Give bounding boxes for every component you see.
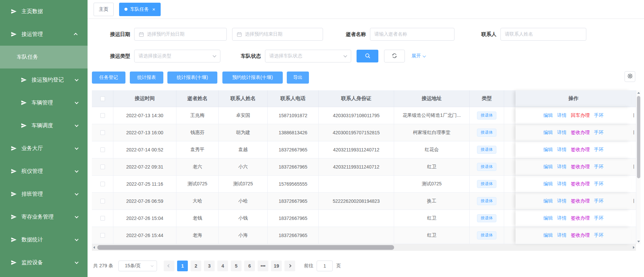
- close-icon[interactable]: ×: [152, 7, 155, 12]
- page-button-3[interactable]: 3: [204, 261, 215, 271]
- page-button-2[interactable]: 2: [191, 261, 201, 271]
- pickup-date-start-input[interactable]: 选择预约开始日期: [134, 28, 227, 41]
- cell-text: 小哈: [238, 198, 248, 204]
- op-detail-link[interactable]: 详情: [557, 164, 567, 170]
- sidebar-item-vehicle-management[interactable]: 车辆管理: [0, 91, 88, 114]
- op-detail-link[interactable]: 详情: [557, 232, 567, 238]
- op-wristband-link[interactable]: 手环: [594, 130, 603, 136]
- op-edit-link[interactable]: 编辑: [543, 130, 553, 136]
- op-edit-link[interactable]: 编辑: [543, 198, 553, 204]
- op-edit-link[interactable]: 编辑: [543, 147, 553, 153]
- next-page-button[interactable]: [284, 261, 295, 271]
- op-detail-link[interactable]: 详情: [557, 198, 567, 204]
- page-size-select[interactable]: 15条/页: [118, 261, 157, 271]
- export-button[interactable]: 导出: [287, 72, 309, 84]
- row-checkbox[interactable]: [100, 165, 105, 169]
- stats-report-button[interactable]: 统计报表: [130, 72, 163, 84]
- select-all-checkbox[interactable]: [100, 96, 105, 101]
- sidebar-item-vehicle-dispatch[interactable]: 车辆调度: [0, 114, 88, 137]
- sidebar-item-funeral-management[interactable]: 殡仪管理: [0, 160, 88, 183]
- op-sign-accept-link[interactable]: 签收办理: [571, 181, 590, 187]
- scroll-up-arrow-icon[interactable]: [637, 92, 640, 94]
- op-edit-link[interactable]: 编辑: [543, 232, 553, 238]
- page-button-19[interactable]: 19: [271, 261, 282, 271]
- op-return-car-link[interactable]: 回车办理: [571, 112, 590, 119]
- page-button-6[interactable]: 6: [244, 261, 255, 271]
- op-wristband-link[interactable]: 手环: [594, 147, 603, 153]
- op-sign-accept-link[interactable]: 签收办理: [571, 147, 590, 153]
- page-button-5[interactable]: 5: [231, 261, 241, 271]
- deceased-name-input[interactable]: 请输入逝者名称: [370, 28, 454, 41]
- sidebar-item-data-statistics[interactable]: 数据统计: [0, 228, 88, 251]
- op-edit-link[interactable]: 编辑: [543, 181, 553, 187]
- search-button[interactable]: [357, 50, 378, 62]
- paper-plane-icon: [11, 31, 17, 37]
- op-wristband-link[interactable]: 手环: [594, 198, 603, 204]
- sidebar-item-label: 车辆调度: [32, 122, 53, 129]
- paper-plane-icon: [21, 77, 27, 83]
- sidebar-item-shift-management[interactable]: 排班管理: [0, 183, 88, 205]
- sidebar-item-home-data[interactable]: 主页数据: [0, 0, 88, 23]
- column-settings-button[interactable]: [625, 71, 635, 82]
- more-pages-button[interactable]: •••: [258, 261, 268, 271]
- header-cell-phone: 联系人电话: [268, 90, 319, 107]
- stats-report-shiyan-button[interactable]: 统计报表(十堰): [167, 72, 217, 84]
- cell-text: 2022-07-13 16:00: [126, 130, 163, 135]
- cell-address: 花果锻造公司铸造1厂北门...: [394, 107, 470, 124]
- row-checkbox[interactable]: [100, 233, 105, 238]
- pickup-date-end-input[interactable]: 选择预约结束日期: [232, 28, 323, 41]
- tab-fleet-tasks[interactable]: 车队任务×: [119, 3, 161, 16]
- task-register-button[interactable]: 任务登记: [92, 72, 125, 84]
- op-sign-accept-link[interactable]: 签收办理: [571, 164, 590, 170]
- op-edit-link[interactable]: 编辑: [543, 112, 553, 119]
- sidebar-item-storage-management[interactable]: 寄存业务管理: [0, 205, 88, 228]
- op-sign-accept-link[interactable]: 签收办理: [571, 198, 590, 204]
- op-detail-link[interactable]: 详情: [557, 181, 567, 187]
- op-wristband-link[interactable]: 手环: [594, 215, 603, 221]
- sidebar-item-monitoring-devices[interactable]: 监控设备: [0, 251, 88, 274]
- cell-text: 420300195707152815: [333, 130, 380, 135]
- page-button-1[interactable]: 1: [177, 261, 188, 271]
- expand-link[interactable]: 展开: [412, 53, 425, 59]
- op-detail-link[interactable]: 详情: [557, 215, 567, 221]
- op-sign-accept-link[interactable]: 签收办理: [571, 215, 590, 221]
- op-wristband-link[interactable]: 手环: [594, 232, 603, 238]
- reserve-report-shiyan-button[interactable]: 预约统计报表(十堰): [222, 72, 283, 84]
- row-checkbox[interactable]: [100, 216, 105, 221]
- scroll-down-arrow-icon[interactable]: [637, 241, 640, 242]
- row-checkbox[interactable]: [100, 147, 105, 152]
- row-checkbox[interactable]: [100, 199, 105, 203]
- prev-page-button[interactable]: [164, 261, 174, 271]
- scroll-right-arrow-icon[interactable]: [633, 246, 635, 249]
- op-sign-accept-link[interactable]: 签收办理: [571, 130, 590, 136]
- op-wristband-link[interactable]: 手环: [594, 112, 603, 119]
- op-wristband-link[interactable]: 手环: [594, 181, 603, 187]
- contact-name-input[interactable]: 请联系人姓名: [500, 28, 586, 41]
- goto-page-input[interactable]: [317, 261, 333, 271]
- op-edit-link[interactable]: 编辑: [543, 164, 553, 170]
- op-wristband-link[interactable]: 手环: [594, 164, 603, 170]
- op-sign-accept-link[interactable]: 签收办理: [571, 232, 590, 238]
- horizontal-scrollbar-thumb[interactable]: [97, 245, 394, 250]
- op-detail-link[interactable]: 详情: [557, 147, 567, 153]
- vertical-scrollbar[interactable]: [636, 90, 641, 244]
- cell-deceased: 测试0725: [176, 176, 219, 193]
- row-checkbox[interactable]: [100, 113, 105, 118]
- refresh-button[interactable]: [384, 50, 405, 62]
- row-checkbox[interactable]: [100, 130, 105, 135]
- pickup-type-select[interactable]: 请选择接运类型: [134, 50, 220, 62]
- horizontal-scrollbar[interactable]: [92, 244, 636, 251]
- op-detail-link[interactable]: 详情: [557, 130, 567, 136]
- sidebar-item-pickup-reservation[interactable]: 接运预约登记: [0, 68, 88, 91]
- op-edit-link[interactable]: 编辑: [543, 215, 553, 221]
- scroll-left-arrow-icon[interactable]: [93, 246, 95, 249]
- tab-home[interactable]: 主页: [94, 3, 114, 16]
- row-checkbox[interactable]: [100, 182, 105, 186]
- sidebar-item-business-hall[interactable]: 业务大厅: [0, 137, 88, 160]
- vertical-scrollbar-thumb[interactable]: [637, 96, 640, 178]
- sidebar-item-fleet-tasks[interactable]: 车队任务: [0, 46, 88, 68]
- op-detail-link[interactable]: 详情: [557, 112, 567, 119]
- sidebar-item-transport-management[interactable]: 接运管理: [0, 23, 88, 46]
- page-button-4[interactable]: 4: [217, 261, 228, 271]
- fleet-status-select[interactable]: 请选择车队状态: [265, 50, 351, 62]
